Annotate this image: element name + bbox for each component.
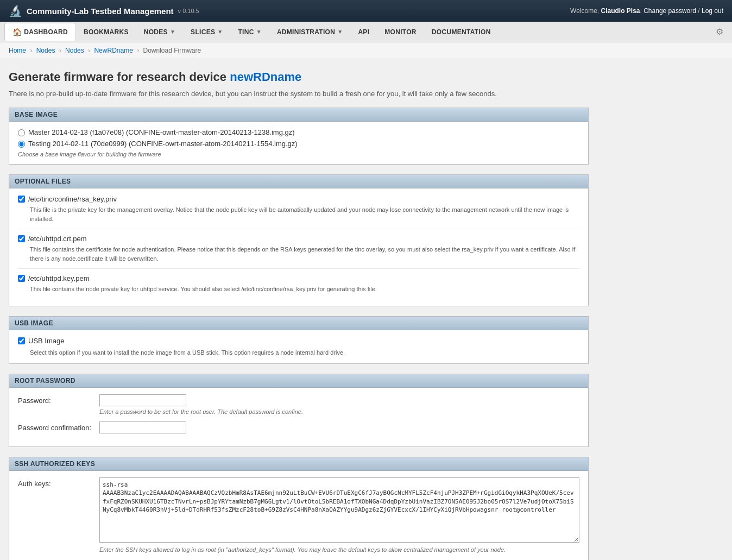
app-title: 🔬 Community-Lab Testbed Management v 0.1… (9, 4, 199, 17)
page-title-prefix: Generate firmware for research device (9, 70, 226, 84)
breadcrumb-home[interactable]: Home (9, 47, 26, 54)
logout-link[interactable]: Log out (702, 7, 723, 15)
nav-api-label: API (358, 28, 369, 36)
usb-checkbox[interactable] (18, 337, 25, 344)
sep1: › (30, 47, 32, 54)
password-row: Password: Enter a password to be set for… (18, 394, 579, 415)
sep2: › (59, 47, 61, 54)
base-image-option-0: Master 2014-02-13 (f1a07e08) (CONFINE-ow… (18, 128, 579, 136)
logo-icon: 🔬 (9, 4, 22, 17)
breadcrumb-nodes1[interactable]: Nodes (36, 47, 55, 54)
nav-api[interactable]: API (350, 24, 377, 40)
sep3: › (88, 47, 90, 54)
file-desc-0: This file is the private key for the man… (30, 205, 579, 223)
root-password-header: Root password (9, 374, 588, 388)
base-image-radio-1[interactable] (18, 141, 25, 148)
auth-keys-hint: Enter the SSH keys allowed to log in as … (99, 546, 579, 553)
device-name-link[interactable]: newRDname (230, 70, 301, 84)
usb-image-body: USB Image Select this option if you want… (9, 330, 588, 364)
file-option-1: /etc/uhttpd.crt.pem This file contains t… (18, 235, 579, 269)
nav-documentation-label: DOCUMENTATION (432, 28, 491, 36)
nav-dashboard[interactable]: 🏠 DASHBOARD (4, 23, 76, 41)
page-description: There is no pre-build up-to-date firmwar… (9, 90, 589, 98)
nav-monitor-label: MONITOR (384, 28, 417, 36)
nav-tinc-label: TINC (238, 28, 254, 36)
settings-icon[interactable]: ⚙ (711, 24, 728, 39)
sep4: › (137, 47, 139, 54)
breadcrumb-nodes2[interactable]: Nodes (65, 47, 84, 54)
nav-slices[interactable]: SLICES ▼ (183, 24, 230, 40)
password-field: Enter a password to be set for the root … (99, 394, 579, 415)
usb-description: Select this option if you want to instal… (30, 348, 579, 357)
user-info: Welcome, Claudio Pisa. Change password /… (570, 7, 723, 15)
file-desc-1: This file contains the certificate for n… (30, 245, 579, 263)
nav-tinc[interactable]: TINC ▼ (230, 24, 269, 40)
optional-files-panel: Optional files /etc/tinc/confine/rsa_key… (9, 174, 589, 306)
base-image-body: Master 2014-02-13 (f1a07e08) (CONFINE-ow… (9, 122, 588, 164)
password-confirm-field (99, 421, 579, 433)
nodes-arrow-icon: ▼ (170, 29, 175, 35)
usb-image-header: USB image (9, 317, 588, 330)
file-desc-2: This file contains the node private key … (30, 285, 579, 294)
nav-nodes[interactable]: NODES ▼ (136, 24, 183, 40)
file-checkbox-2[interactable] (18, 275, 25, 282)
app-version: v 0.10.5 (178, 8, 199, 14)
auth-keys-row: Auth keys: ssh-rsa AAAAB3NzaC1yc2EAAAADA… (18, 477, 579, 553)
optional-files-header: Optional files (9, 175, 588, 188)
ssh-keys-panel: SSH authorized keys Auth keys: ssh-rsa A… (9, 457, 589, 560)
file-label-2: /etc/uhttpd.key.pem (28, 274, 90, 282)
slices-arrow-icon: ▼ (217, 29, 223, 35)
admin-arrow-icon: ▼ (337, 29, 343, 35)
nav-documentation[interactable]: DOCUMENTATION (424, 24, 498, 40)
usb-image-panel: USB image USB Image Select this option i… (9, 316, 589, 364)
nav-bookmarks[interactable]: BOOKMARKS (76, 24, 136, 40)
base-image-label-0: Master 2014-02-13 (f1a07e08) (CONFINE-ow… (28, 128, 295, 136)
nav-admin-label: ADMINISTRATION (277, 28, 335, 36)
username: Claudio Pisa (601, 7, 640, 15)
usb-label: USB Image (28, 337, 64, 345)
password-confirm-label: Password confirmation: (18, 421, 99, 432)
welcome-text: Welcome, (570, 7, 599, 15)
ssh-keys-title: SSH authorized keys (15, 460, 95, 468)
ssh-keys-body: Auth keys: ssh-rsa AAAAB3NzaC1yc2EAAAADA… (9, 471, 588, 560)
password-input[interactable] (99, 394, 186, 406)
file-option-2: /etc/uhttpd.key.pem This file contains t… (18, 274, 579, 299)
root-password-body: Password: Enter a password to be set for… (9, 388, 588, 446)
page-title: Generate firmware for research device ne… (9, 70, 589, 84)
nav-administration[interactable]: ADMINISTRATION ▼ (269, 24, 351, 40)
file-option-row-1: /etc/uhttpd.crt.pem (18, 235, 579, 243)
base-image-title: Base Image (15, 111, 58, 118)
file-checkbox-1[interactable] (18, 235, 25, 242)
tinc-arrow-icon: ▼ (256, 29, 262, 35)
base-image-panel: Base Image Master 2014-02-13 (f1a07e08) … (9, 108, 589, 165)
base-image-option-1: Testing 2014-02-11 (70de0999) (CONFINE-o… (18, 140, 579, 148)
password-confirm-row: Password confirmation: (18, 421, 579, 433)
optional-files-body: /etc/tinc/confine/rsa_key.priv This file… (9, 188, 588, 306)
usb-image-title: USB image (15, 319, 53, 327)
breadcrumb-current: Download Firmware (143, 47, 201, 54)
file-label-0: /etc/tinc/confine/rsa_key.priv (28, 195, 117, 203)
change-password-link[interactable]: Change password (643, 7, 696, 15)
base-image-header: Base Image (9, 108, 588, 122)
nav-nodes-label: NODES (144, 28, 168, 36)
nav-monitor[interactable]: MONITOR (377, 24, 424, 40)
base-image-label-1: Testing 2014-02-11 (70de0999) (CONFINE-o… (28, 140, 298, 148)
ssh-keys-header: SSH authorized keys (9, 457, 588, 471)
file-option-0: /etc/tinc/confine/rsa_key.priv This file… (18, 195, 579, 229)
file-checkbox-0[interactable] (18, 196, 25, 203)
nav-slices-label: SLICES (191, 28, 215, 36)
optional-files-title: Optional files (15, 178, 71, 185)
nav-dashboard-label: DASHBOARD (24, 28, 68, 36)
home-icon: 🏠 (12, 28, 22, 36)
file-option-row-0: /etc/tinc/confine/rsa_key.priv (18, 195, 579, 203)
nav-bar: 🏠 DASHBOARD BOOKMARKS NODES ▼ SLICES ▼ T… (0, 22, 732, 42)
main-content: Generate firmware for research device ne… (0, 59, 597, 560)
base-image-hint: Choose a base image flavour for building… (18, 151, 579, 158)
auth-keys-label: Auth keys: (18, 477, 99, 488)
password-confirm-input[interactable] (99, 421, 186, 433)
base-image-radio-0[interactable] (18, 129, 25, 136)
auth-keys-field: ssh-rsa AAAAB3NzaC1yc2EAAAADAQABAAABAQCz… (99, 477, 579, 553)
breadcrumb-newrdname[interactable]: NewRDname (94, 47, 132, 54)
auth-keys-textarea[interactable]: ssh-rsa AAAAB3NzaC1yc2EAAAADAQABAAABAQCz… (99, 477, 579, 543)
breadcrumb: Home › Nodes › Nodes › NewRDname › Downl… (0, 42, 732, 59)
